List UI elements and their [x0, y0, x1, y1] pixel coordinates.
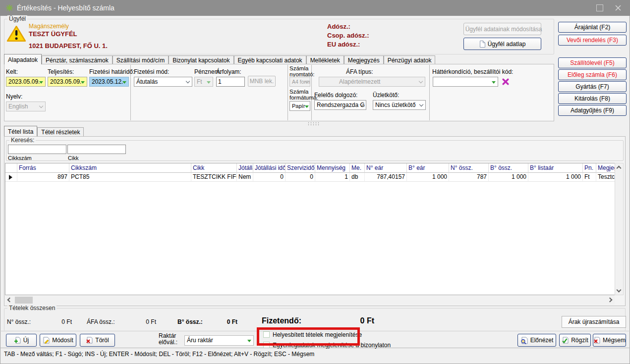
- issue-date-field[interactable]: 2023.05.09.: [6, 77, 46, 87]
- invoice-printer-select[interactable]: A4 forma: [289, 77, 310, 87]
- column-header[interactable]: Cikkszám: [69, 163, 191, 173]
- recalculate-prices-button[interactable]: Árak újraszámítása: [562, 316, 626, 328]
- column-header[interactable]: Jótállás: [237, 163, 253, 173]
- tab-mellekletek[interactable]: Mellékletek: [306, 55, 344, 64]
- save-button[interactable]: Rögzít: [559, 334, 591, 347]
- maximize-button[interactable]: [596, 4, 603, 11]
- language-value: English: [8, 103, 28, 110]
- new-item-label: Új: [23, 337, 29, 344]
- column-header[interactable]: B° össz.: [489, 163, 528, 173]
- column-header[interactable]: Cikk: [191, 163, 237, 173]
- vertical-scrollbar[interactable]: [615, 163, 624, 295]
- production-button[interactable]: Gyártás (F7): [558, 81, 627, 92]
- customer-modify-button[interactable]: Ügyfél adatainak módosítása: [463, 23, 541, 35]
- main-tab-strip: Alapadatok Pénztár, számlaszámok Szállít…: [4, 54, 435, 64]
- fulfillment-date-field[interactable]: 2023.05.09.: [48, 77, 87, 87]
- tab-bizonylat-kapcsolatok[interactable]: Bizonylat kapcsolatok: [169, 55, 233, 64]
- tab-egyeb-kapcsolati-adatok[interactable]: Egyéb kapcsolati adatok: [234, 55, 306, 64]
- language-label: Nyelv:: [6, 93, 22, 100]
- tab-penztar-szamlaszamok[interactable]: Pénztár, számlaszámok: [42, 55, 113, 64]
- delivery-note-button[interactable]: Szállítólevél (F5): [558, 57, 627, 68]
- tab-megjegyzes[interactable]: Megjegyzés: [344, 55, 384, 64]
- customer-order-button[interactable]: Vevői rendelés (F3): [558, 35, 627, 46]
- tab-item-list[interactable]: Tétel lista: [4, 126, 37, 136]
- close-button[interactable]: [615, 4, 622, 11]
- preview-icon: [520, 337, 528, 344]
- language-select[interactable]: English: [6, 102, 46, 111]
- marker-column-header[interactable]: [5, 163, 17, 173]
- vat-total-value: 0 Ft: [129, 318, 156, 325]
- data-collection-button[interactable]: Adatgyűjtés (F9): [558, 105, 627, 116]
- tab-item-details[interactable]: Tétel részletek: [37, 127, 84, 136]
- table-cell: 897: [17, 173, 69, 182]
- currency-select[interactable]: Ft: [194, 77, 213, 87]
- column-header[interactable]: Pn.: [583, 163, 596, 173]
- background-condition-select[interactable]: [433, 77, 498, 87]
- invoice-format-select[interactable]: Papír: [289, 101, 310, 111]
- customer-order-label: Vevői rendelés (F3): [567, 37, 618, 44]
- column-header[interactable]: Jótállási idő (: [253, 163, 286, 173]
- sales-agent-select[interactable]: Nincs üzletkötő: [373, 100, 426, 110]
- responsible-employee-label: Felelős dolgozó:: [314, 92, 357, 99]
- column-header[interactable]: B° eár: [407, 163, 449, 173]
- column-header[interactable]: N° össz.: [449, 163, 489, 173]
- search-itemnumber-input[interactable]: [8, 145, 66, 154]
- column-header[interactable]: Mennyiség: [315, 163, 350, 173]
- scroll-right-icon[interactable]: [608, 298, 613, 303]
- dropdown-arrow-icon: [247, 340, 251, 342]
- payment-method-label: Fizetési mód:: [134, 68, 169, 75]
- data-collection-label: Adatgyűjtés (F9): [571, 107, 614, 114]
- horizontal-scrollbar[interactable]: [5, 296, 615, 305]
- column-header[interactable]: N° eár: [365, 163, 407, 173]
- cancel-button[interactable]: Mégsem: [593, 334, 626, 347]
- payment-method-select[interactable]: Átutalás: [134, 77, 192, 87]
- customer-type: Magánszemély: [29, 23, 69, 30]
- column-header[interactable]: Me.: [350, 163, 365, 173]
- customer-datasheet-label: Ügyfél adatlap: [488, 41, 526, 48]
- tab-penzugyi-adatok[interactable]: Pénzügyi adatok: [384, 55, 436, 64]
- outbound-label: Kitárolás (F8): [574, 95, 610, 102]
- quote-label: Árajánlat (F2): [574, 24, 611, 31]
- column-header[interactable]: B° listaár: [528, 163, 583, 173]
- responsible-employee-select[interactable]: Rendszergazda G: [314, 100, 366, 110]
- modify-item-label: Módosít: [52, 337, 73, 344]
- preview-button[interactable]: Előnézet: [517, 334, 556, 347]
- exchange-rate-input[interactable]: [216, 77, 245, 87]
- search-group-label: Keresés:: [9, 137, 36, 144]
- delivery-note-label: Szállítólevél (F5): [570, 59, 614, 66]
- vat-type-select[interactable]: Alapértelmezett: [319, 77, 425, 87]
- table-row[interactable]: 897PCT85TESZTCIKK FIFONem001db787,401571…: [5, 173, 615, 182]
- modify-item-button[interactable]: Módosít: [40, 334, 76, 347]
- scroll-left-icon[interactable]: [7, 298, 12, 303]
- outbound-button[interactable]: Kitárolás (F8): [558, 93, 627, 104]
- delete-item-button[interactable]: Töröl: [80, 334, 115, 347]
- currency-value: Ft: [197, 78, 202, 85]
- column-header[interactable]: Megjegyzés: [596, 163, 615, 173]
- mnb-rate-button[interactable]: MNB lek.: [248, 76, 276, 87]
- scroll-down-icon[interactable]: [617, 288, 622, 293]
- table-cell: 0: [253, 173, 286, 182]
- payment-deadline-field[interactable]: 2023.05.12.: [89, 77, 129, 87]
- customer-datasheet-button[interactable]: Ügyfél adatlap: [463, 38, 541, 50]
- statusbar-divider: [0, 348, 630, 348]
- net-total-value: 0 Ft: [45, 318, 72, 325]
- search-item-input[interactable]: [67, 145, 126, 154]
- tab-alapadatok[interactable]: Alapadatok: [4, 54, 42, 64]
- scrollbar-thumb[interactable]: [15, 297, 33, 304]
- new-item-button[interactable]: Új: [6, 334, 37, 347]
- tab-szallitasi-mod[interactable]: Szállítási mód/cím: [113, 55, 169, 64]
- column-header[interactable]: Szervizidő (h: [286, 163, 315, 173]
- checkmark-icon: [562, 337, 569, 344]
- warehouse-select[interactable]: Áru raktár: [184, 335, 254, 346]
- advance-invoice-button[interactable]: Előleg számla (F6): [558, 69, 627, 80]
- column-header[interactable]: Forrás: [17, 163, 69, 173]
- corrected-items-checkbox[interactable]: [263, 331, 270, 338]
- group-tax-number-label: Csop. adósz.:: [327, 32, 369, 39]
- splitter-grip[interactable]: [307, 122, 320, 126]
- form-separator: [429, 65, 430, 120]
- quote-button[interactable]: Árajánlat (F2): [558, 22, 627, 33]
- corrected-items-checkbox-label: Helyesbített tételek megjelenítése: [273, 331, 362, 338]
- clear-condition-button[interactable]: [502, 78, 510, 86]
- scroll-up-icon[interactable]: [617, 166, 622, 171]
- customer-group-label: Ügyfél: [7, 15, 27, 22]
